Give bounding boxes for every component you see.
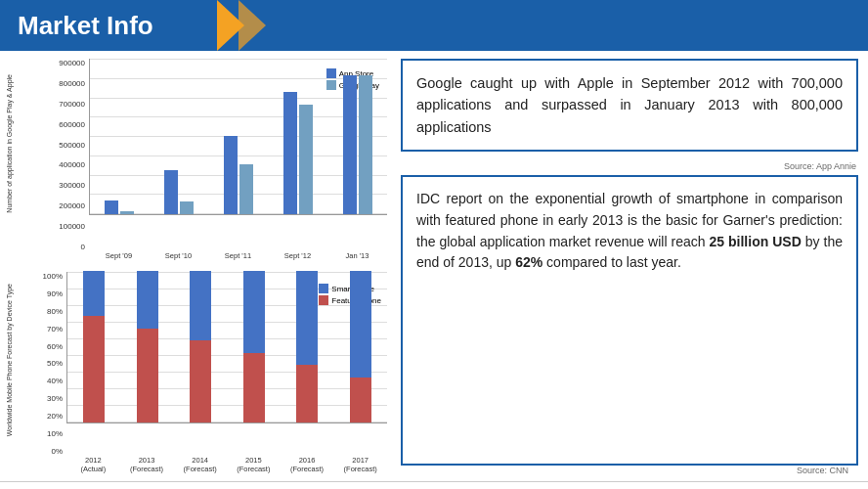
x-label2-2: 2013(Forecast) <box>120 456 174 473</box>
feature-bar-6 <box>350 378 371 422</box>
info-box1: Google caught up with Apple in September… <box>401 59 858 152</box>
bar-appstore-5 <box>343 75 357 214</box>
bar-group-5 <box>327 75 387 214</box>
page-title: Market Info <box>18 11 153 41</box>
chart1-inner: 900000 800000 700000 600000 500000 40000… <box>35 59 387 251</box>
bar-group-2 <box>150 170 209 214</box>
info-box2: IDC report on the exponential growth of … <box>401 175 858 466</box>
info-box2-source: Source: CNN <box>401 466 858 477</box>
footer-bar: A APPOTA Deliver Mobile Content <box>0 481 868 489</box>
stacked-group-5 <box>281 271 334 422</box>
stacked-group-1 <box>67 271 121 422</box>
chart1-y-label: Number of application in Google Play & A… <box>6 74 25 213</box>
smartphone-bar-6 <box>350 271 371 378</box>
x-label2-3: 2014(Forecast) <box>173 456 227 473</box>
x-label2-5: 2016(Forecast) <box>281 456 334 473</box>
feature-bar-3 <box>190 340 211 422</box>
bar-gplay-1 <box>120 211 134 214</box>
feature-bar-2 <box>137 329 158 422</box>
chart2-container: Worldwide Mobile Phone Forecast by Devic… <box>4 268 391 477</box>
x-label2-4: 2015(Forecast) <box>227 456 281 473</box>
chart2-area: 100% 90% 80% 70% 60% 50% 40% 30% 20% 10%… <box>35 272 387 473</box>
chart2-bars: Smartphone FeaturePhone <box>66 272 387 423</box>
arrow-decoration1 <box>217 0 244 51</box>
bar-group-3 <box>209 136 269 214</box>
stacked-group-2 <box>121 271 175 422</box>
smartphone-bar-5 <box>296 271 318 365</box>
info-box2-text-after: compared to last year. <box>542 254 681 270</box>
main-content: Number of application in Google Play & A… <box>0 51 868 481</box>
x-label2-1: 2012(Actual) <box>66 456 120 473</box>
feature-bar-1 <box>83 316 105 422</box>
stacked-group-4 <box>228 271 282 422</box>
info-box2-bold2: 62% <box>515 254 542 270</box>
x-label-4: Sept '12 <box>268 251 327 260</box>
bar-group-1 <box>90 200 150 214</box>
chart1-area: 900000 800000 700000 600000 500000 40000… <box>35 59 387 260</box>
header: Market Info <box>0 0 868 51</box>
chart2-y-label: Worldwide Mobile Phone Forecast by Devic… <box>6 284 25 436</box>
bar-gplay-5 <box>359 75 372 214</box>
chart2-y-axis: 100% 90% 80% 70% 60% 50% 40% 30% 20% 10%… <box>35 272 66 456</box>
bar-appstore-3 <box>224 136 238 214</box>
chart1-y-axis: 900000 800000 700000 600000 500000 40000… <box>35 59 89 251</box>
chart1-x-labels: Sept '09 Sept '10 Sept '11 Sept '12 Jan … <box>89 251 387 260</box>
x-label-3: Sept '11 <box>208 251 268 260</box>
bar-gplay-2 <box>180 201 194 214</box>
x-label2-6: 2017(Forecast) <box>333 456 387 473</box>
feature-bar-5 <box>296 365 318 422</box>
bar-appstore-2 <box>164 170 178 214</box>
charts-panel: Number of application in Google Play & A… <box>0 51 391 481</box>
chart1-container: Number of application in Google Play & A… <box>4 55 391 264</box>
smartphone-bar-1 <box>83 271 105 316</box>
bar-appstore-4 <box>283 92 297 214</box>
chart2-inner: 100% 90% 80% 70% 60% 50% 40% 30% 20% 10%… <box>35 272 387 456</box>
info-box1-source: Source: App Annie <box>401 161 856 171</box>
chart2-x-labels: 2012(Actual) 2013(Forecast) 2014(Forecas… <box>66 456 387 473</box>
info-panel: Google caught up with Apple in September… <box>391 51 868 481</box>
info-box2-bold1: 25 billion USD <box>709 234 801 249</box>
stacked-group-6 <box>334 271 388 422</box>
smartphone-bar-2 <box>137 271 158 329</box>
stacked-group-3 <box>174 271 228 422</box>
bar-gplay-3 <box>239 164 253 214</box>
info-box1-text: Google caught up with Apple in September… <box>416 75 843 135</box>
feature-bar-4 <box>243 353 265 422</box>
x-label-5: Jan '13 <box>327 251 387 260</box>
bar-gplay-4 <box>299 105 313 214</box>
chart1-bars: App Store GooglePlay <box>89 59 387 215</box>
smartphone-bar-4 <box>243 271 265 353</box>
smartphone-bar-3 <box>190 271 211 340</box>
bar-appstore-1 <box>105 200 118 214</box>
bar-group-4 <box>268 92 327 214</box>
x-label-2: Sept '10 <box>149 251 208 260</box>
x-label-1: Sept '09 <box>89 251 149 260</box>
